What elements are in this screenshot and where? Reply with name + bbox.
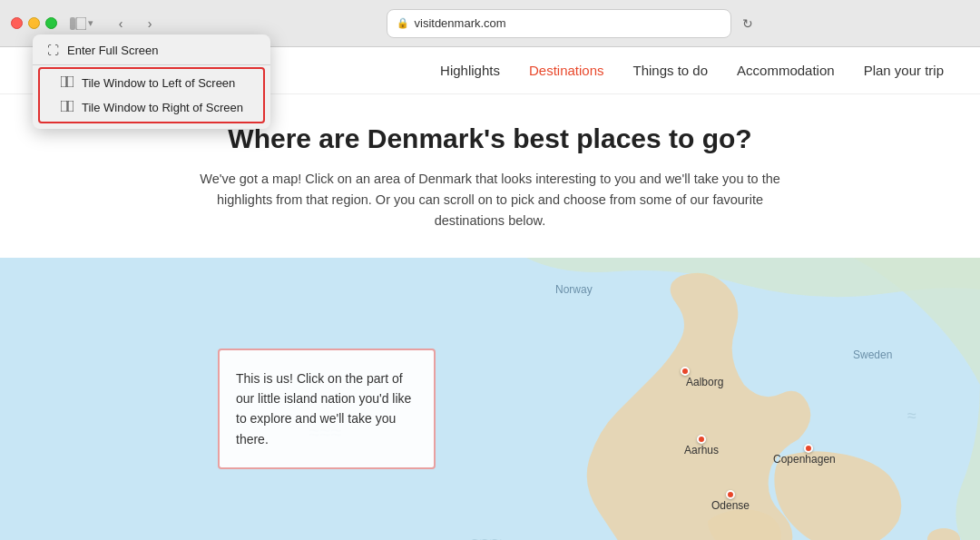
aarhus-label: Aarhus	[684, 444, 719, 457]
nav-accommodation[interactable]: Accommodation	[737, 63, 835, 78]
svg-rect-1	[76, 17, 86, 30]
nav-plan-your-trip[interactable]: Plan your trip	[864, 63, 944, 78]
forward-button[interactable]: ›	[137, 11, 162, 36]
minimize-button[interactable]	[28, 17, 40, 29]
svg-point-6	[927, 528, 960, 540]
browser-nav-controls: ‹ ›	[108, 11, 162, 36]
svg-rect-2	[61, 76, 66, 87]
sweden-label: Sweden	[853, 349, 892, 361]
tile-left-label: Tile Window to Left of Screen	[82, 76, 235, 90]
aalborg-dot[interactable]	[681, 367, 690, 376]
address-bar-area: 🔒 visitdenmark.com ↻	[170, 9, 969, 38]
close-button[interactable]	[11, 17, 23, 29]
aarhus-dot[interactable]	[697, 435, 706, 444]
odense-label: Odense	[711, 499, 750, 512]
fullscreen-label: Enter Full Screen	[67, 44, 158, 57]
browser-chrome: ▾ ‹ › 🔒 visitdenmark.com ↻ ⛶ Enter Full …	[0, 0, 980, 47]
fullscreen-icon: ⛶	[45, 44, 60, 57]
tile-left-icon	[60, 76, 74, 90]
svg-rect-5	[68, 101, 74, 112]
lock-icon: 🔒	[397, 17, 409, 29]
fullscreen-menu-item[interactable]: ⛶ Enter Full Screen	[33, 38, 270, 63]
tile-right-icon	[60, 101, 74, 114]
svg-rect-3	[67, 76, 74, 87]
svg-text:≈≈≈: ≈≈≈	[472, 532, 502, 540]
svg-rect-4	[61, 101, 67, 112]
nav-links: Highlights Destinations Things to do Acc…	[440, 63, 944, 78]
aalborg-label: Aalborg	[686, 376, 723, 388]
map-container[interactable]: ≈≈≈ ≈≈≈ ≈ Norway Sweden Aalborg Aarhus C…	[0, 258, 980, 540]
odense-dot[interactable]	[726, 490, 735, 499]
nav-highlights[interactable]: Highlights	[440, 63, 500, 78]
sidebar-icon[interactable]: ▾	[70, 17, 93, 30]
svg-text:≈: ≈	[907, 407, 916, 425]
svg-rect-0	[70, 17, 75, 30]
url-text: visitdenmark.com	[415, 16, 506, 30]
menu-separator	[33, 64, 270, 65]
map-svg: ≈≈≈ ≈≈≈ ≈	[0, 258, 980, 540]
norway-label: Norway	[555, 283, 593, 296]
tile-left-menu-item[interactable]: Tile Window to Left of Screen	[47, 71, 256, 95]
tile-right-label: Tile Window to Right of Screen	[82, 101, 243, 114]
reload-button[interactable]: ↻	[742, 16, 753, 31]
nav-things-to-do[interactable]: Things to do	[633, 63, 709, 78]
tile-right-menu-item[interactable]: Tile Window to Right of Screen	[47, 95, 256, 120]
nav-destinations[interactable]: Destinations	[529, 63, 604, 78]
copenhagen-label: Copenhagen	[773, 453, 836, 466]
copenhagen-dot[interactable]	[804, 444, 813, 453]
tile-options-highlight: Tile Window to Left of Screen Tile Windo…	[38, 67, 265, 123]
map-info-text: This is us! Click on the part of our lit…	[236, 368, 417, 450]
back-button[interactable]: ‹	[108, 11, 133, 36]
map-info-box: This is us! Click on the part of our lit…	[218, 349, 436, 470]
address-bar[interactable]: 🔒 visitdenmark.com	[387, 9, 731, 38]
context-menu: ⛶ Enter Full Screen Tile Window to Left …	[33, 34, 270, 129]
page-description: We've got a map! Click on an area of Den…	[181, 169, 799, 232]
maximize-button[interactable]	[45, 17, 57, 29]
traffic-lights	[11, 17, 57, 29]
